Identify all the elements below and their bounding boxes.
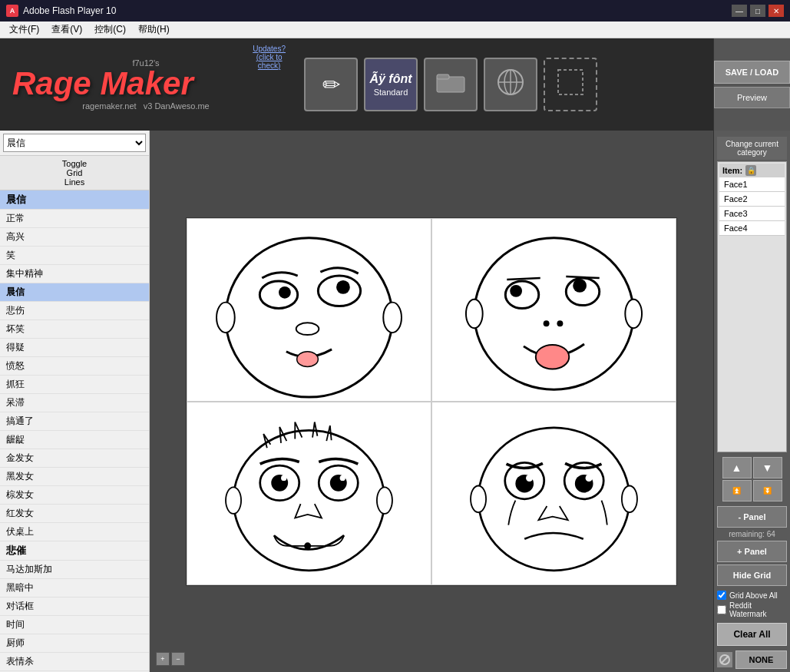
grid-above-all-row: Grid Above All [717, 591, 787, 600]
maximize-button[interactable]: □ [750, 5, 765, 17]
category-item-angry[interactable]: 愤怒 [0, 357, 149, 376]
preview-button[interactable]: Preview [714, 87, 790, 108]
folder-icon [435, 71, 466, 99]
meme-cell-bottomright[interactable] [431, 402, 676, 585]
category-item-dull[interactable]: 呆滞 [0, 394, 149, 412]
empty-tool-button[interactable] [544, 58, 597, 111]
plus-panel-button[interactable]: + Panel [717, 541, 787, 562]
category-item-crazy[interactable]: 抓狂 [0, 376, 149, 394]
svg-point-40 [526, 474, 533, 481]
svg-point-18 [505, 280, 538, 308]
remaining-text: remaining: 64 [717, 530, 787, 538]
svg-rect-6 [558, 70, 583, 94]
category-item-dark[interactable]: 黑暗中 [0, 579, 149, 598]
meme-cell-topright[interactable] [431, 218, 676, 402]
svg-point-22 [544, 320, 550, 326]
close-button[interactable]: ✕ [769, 5, 784, 17]
globe-icon [495, 67, 526, 103]
category-item-chenshin[interactable]: 晨信 [0, 283, 149, 302]
svg-point-19 [510, 284, 522, 296]
category-item-blackhair[interactable]: 黑发女 [0, 468, 149, 486]
updates-link[interactable]: Updates?(click tocheck) [253, 45, 286, 70]
category-item-beicui[interactable]: 悲催 [0, 541, 149, 561]
svg-point-23 [557, 320, 563, 326]
svg-point-15 [217, 302, 235, 333]
category-item-suspicious[interactable]: 得疑 [0, 339, 149, 357]
category-item-happy[interactable]: 高兴 [0, 228, 149, 247]
category-item-smirk[interactable]: 坏笑 [0, 320, 149, 339]
reddit-watermark-checkbox[interactable] [717, 605, 726, 614]
minimize-button[interactable]: — [732, 5, 747, 17]
category-item-concentrate[interactable]: 集中精神 [0, 265, 149, 283]
svg-point-9 [259, 280, 297, 308]
svg-point-24 [536, 344, 569, 369]
right-sidebar: Change currentcategory Item: 🔒 Face1 Fac… [713, 131, 790, 672]
zoom-in-button[interactable]: + [156, 652, 170, 666]
svg-point-34 [226, 487, 241, 514]
face-item-3[interactable]: Face3 [719, 207, 785, 221]
svg-point-30 [281, 475, 286, 480]
category-item-time[interactable]: 时间 [0, 616, 149, 634]
svg-rect-1 [437, 74, 449, 79]
nav-arrows: ▲ ▼ ⏫ ⏬ [717, 457, 787, 502]
category-item-brownhair[interactable]: 棕发女 [0, 486, 149, 505]
svg-point-43 [586, 474, 593, 481]
lock-icon: 🔒 [745, 165, 756, 176]
minus-panel-button[interactable]: - Panel [717, 506, 787, 528]
svg-point-44 [471, 485, 486, 512]
category-item-madagascar[interactable]: 马达加斯加 [0, 561, 149, 579]
nav-up-button[interactable]: ▲ [722, 457, 752, 478]
category-item-chenshin-top[interactable]: 晨信 [0, 190, 149, 210]
category-item-ondesk[interactable]: 伏桌上 [0, 523, 149, 541]
pencil-icon: ✏ [322, 72, 340, 98]
category-dropdown[interactable]: 晨信 [3, 134, 146, 152]
save-load-button[interactable]: SAVE / LOAD [714, 61, 790, 84]
menu-control[interactable]: 控制(C) [88, 22, 132, 38]
face-item-4[interactable]: Face4 [719, 221, 785, 236]
svg-point-36 [304, 542, 311, 549]
nav-down-button[interactable]: ▼ [753, 457, 782, 478]
category-item-sad[interactable]: 悲伤 [0, 302, 149, 320]
category-item-redhair[interactable]: 红发女 [0, 505, 149, 523]
meme-cell-topleft[interactable] [187, 218, 431, 402]
face-item-1[interactable]: Face1 [719, 177, 785, 192]
canvas-controls: + − [156, 652, 185, 666]
category-item-blonde[interactable]: 金发女 [0, 449, 149, 468]
svg-point-12 [336, 280, 350, 293]
category-item-laugh[interactable]: 笑 [0, 247, 149, 265]
category-item-filthy[interactable]: 龌龊 [0, 431, 149, 449]
menu-help[interactable]: 帮助(H) [132, 22, 176, 38]
menu-bar: 文件(F) 查看(V) 控制(C) 帮助(H) [0, 22, 790, 38]
grid-above-all-checkbox[interactable] [717, 591, 726, 600]
nav-top-button[interactable]: ⏫ [722, 480, 752, 502]
category-item-emokill[interactable]: 表情杀 [0, 653, 149, 671]
clear-all-button[interactable]: Clear All [717, 623, 787, 646]
category-item-normal[interactable]: 正常 [0, 210, 149, 228]
font-tool-button[interactable]: Ãÿ fônt Standard [364, 58, 418, 111]
logo-title: Rage Maker [12, 68, 279, 100]
menu-view[interactable]: 查看(V) [45, 22, 88, 38]
bottom-panel-buttons: - Panel remaining: 64 + Panel Hide Grid [717, 506, 787, 586]
pencil-tool-button[interactable]: ✏ [304, 58, 358, 111]
toggle-grid-button[interactable]: ToggleGridLines [0, 156, 149, 190]
svg-line-47 [721, 656, 729, 664]
category-item-gotit[interactable]: 搞通了 [0, 412, 149, 431]
globe-tool-button[interactable] [484, 58, 537, 111]
face-item-2[interactable]: Face2 [719, 192, 785, 207]
svg-point-25 [466, 299, 483, 328]
folder-tool-button[interactable] [424, 58, 478, 111]
category-item-dialog[interactable]: 对话框 [0, 598, 149, 616]
zoom-out-button[interactable]: − [171, 652, 185, 666]
meme-cell-bottomleft[interactable] [187, 402, 431, 585]
nav-row-down: ⏫ ⏬ [722, 480, 782, 502]
canvas-area[interactable]: + − [150, 131, 713, 672]
menu-file[interactable]: 文件(F) [3, 22, 45, 38]
svg-point-10 [279, 286, 291, 298]
nav-bottom-button[interactable]: ⏬ [753, 480, 782, 502]
hide-grid-button[interactable]: Hide Grid [717, 564, 787, 586]
none-button[interactable]: NONE [735, 650, 787, 669]
reddit-watermark-label: Reddit Watermark [729, 601, 787, 618]
svg-point-14 [297, 351, 319, 366]
category-item-chef[interactable]: 厨师 [0, 634, 149, 653]
main-content: 晨信 ToggleGridLines 晨信 正常 高兴 笑 集中精神 晨信 悲伤… [0, 131, 790, 672]
